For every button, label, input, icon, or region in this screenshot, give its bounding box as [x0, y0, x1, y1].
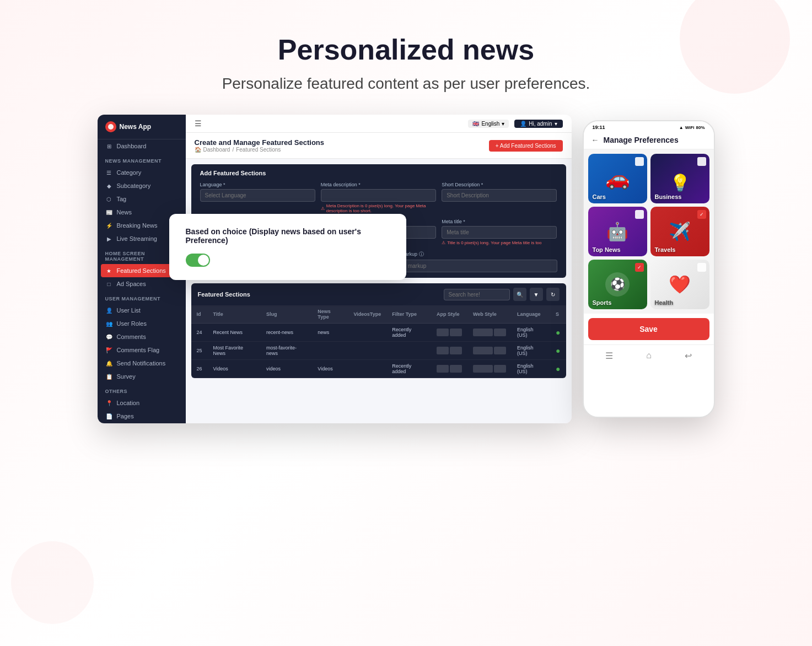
category-card-travels[interactable]: ✈️ ✓ Travels [650, 207, 709, 256]
schema-label: Schema markup ⓘ [381, 251, 557, 258]
cell-filter-type: Recently added [386, 360, 431, 378]
category-grid: 🚗 Cars 💡 Business [588, 154, 709, 309]
table-header-row: Id Title Slug News Type VideosType Filte… [191, 305, 566, 324]
preference-toggle[interactable] [186, 254, 210, 267]
save-button[interactable]: Save [588, 318, 709, 340]
news-icon: 📰 [105, 209, 113, 216]
wifi-icon: WiFi [685, 125, 695, 130]
col-app-style: App Style [431, 305, 467, 324]
meta-desc-input[interactable] [321, 189, 436, 202]
topbar-right: 🇬🇧 English ▾ 👤 Hi, admin ▾ [468, 120, 562, 128]
topnews-checkbox[interactable] [635, 210, 644, 219]
col-id: Id [191, 305, 208, 324]
sidebar-label-notifications: Send Notifications [117, 360, 166, 367]
sidebar-label-subcategory: Subcategory [117, 182, 151, 189]
sidebar-item-subcategory[interactable]: ◆ Subcategory [98, 179, 186, 192]
category-card-health[interactable]: ❤️ Health [650, 260, 709, 309]
short-desc-input[interactable] [442, 189, 557, 202]
nav-back-icon[interactable]: ↩ [685, 351, 692, 361]
notifications-icon: 🔔 [105, 360, 113, 367]
short-desc-field: Short Description * [442, 182, 557, 213]
sidebar-logo: News App [98, 115, 186, 139]
cars-checkbox[interactable] [635, 157, 644, 166]
phone-bottom-nav: ☰ ⌂ ↩ [584, 344, 714, 367]
admin-menu[interactable]: 👤 Hi, admin ▾ [514, 120, 562, 128]
health-checkbox[interactable] [697, 263, 706, 272]
deco-circle-2 [11, 541, 94, 624]
others-label: Others [98, 383, 186, 396]
breadcrumb: 🏠 Dashboard / Featured Sections [195, 147, 325, 153]
user-mgmt-label: User Management [98, 290, 186, 304]
sidebar-item-userroles[interactable]: 👥 User Roles [98, 317, 186, 330]
admin-panel: News App ⊞ Dashboard News Management ☰ C… [98, 115, 572, 423]
table-row: 25 Most Favorite News most-favorite-news… [191, 342, 566, 360]
col-slug: Slug [261, 305, 312, 324]
col-language: Language [512, 305, 550, 324]
sidebar-item-location[interactable]: 📍 Location [98, 396, 186, 410]
sidebar-label-survey: Survey [117, 373, 136, 380]
live-icon: ▶ [105, 236, 113, 242]
cell-slug: videos [261, 360, 312, 378]
sidebar-item-survey[interactable]: 📋 Survey [98, 370, 186, 383]
business-label: Business [655, 193, 682, 200]
sports-checkbox[interactable]: ✓ [635, 263, 644, 272]
cell-id: 26 [191, 360, 208, 378]
cell-web-style [467, 360, 512, 378]
news-app-logo-icon [105, 121, 116, 132]
cars-label: Cars [593, 193, 606, 200]
col-videos-type: VideosType [348, 305, 387, 324]
sidebar-item-notifications[interactable]: 🔔 Send Notifications [98, 357, 186, 370]
category-card-cars[interactable]: 🚗 Cars [588, 154, 647, 203]
sidebar-item-category[interactable]: ☰ Category [98, 166, 186, 179]
back-button[interactable]: ← [591, 136, 599, 144]
cell-slug: recent-news [261, 324, 312, 342]
sidebar-item-pages[interactable]: 📄 Pages [98, 410, 186, 423]
sidebar-label-location: Location [117, 400, 140, 406]
hero-section: Personalized news Personalize featured c… [0, 0, 812, 115]
sidebar-label-live: Live Streaming [117, 235, 157, 242]
phone-statusbar: 19:11 ▲ WiFi 80% [584, 121, 714, 131]
cell-status: ● [550, 360, 566, 378]
refresh-button[interactable]: ↻ [546, 288, 560, 301]
cell-app-style [431, 342, 467, 360]
search-button[interactable]: 🔍 [513, 288, 526, 301]
menu-toggle-button[interactable]: ☰ [195, 119, 202, 128]
cell-id: 24 [191, 324, 208, 342]
phone-content: 🚗 Cars 💡 Business [584, 149, 714, 314]
cell-app-style [431, 360, 467, 378]
sidebar-item-commentsflag[interactable]: 🚩 Comments Flag [98, 343, 186, 357]
business-checkbox[interactable] [697, 157, 706, 166]
page-title: Create and Manage Featured Sections [195, 138, 325, 147]
location-icon: 📍 [105, 400, 113, 406]
error-icon: ⚠ [321, 206, 325, 211]
meta-title-input[interactable] [442, 226, 557, 239]
cell-videos-type [348, 342, 387, 360]
sidebar-label-adspaces: Ad Spaces [117, 281, 146, 287]
travels-checkbox[interactable]: ✓ [697, 210, 706, 219]
search-input[interactable] [444, 289, 510, 300]
sidebar-item-dashboard[interactable]: ⊞ Dashboard [98, 139, 186, 153]
category-card-business[interactable]: 💡 Business [650, 154, 709, 203]
sidebar-item-userlist[interactable]: 👤 User List [98, 304, 186, 317]
subcategory-icon: ◆ [105, 183, 113, 189]
category-card-sports[interactable]: ⚽ ✓ Sports [588, 260, 647, 309]
breaking-icon: ⚡ [105, 223, 113, 229]
preference-popup: Based on choice (Display news based on u… [169, 214, 406, 280]
sidebar-item-tag[interactable]: ⬡ Tag [98, 192, 186, 206]
schema-input[interactable] [381, 260, 557, 272]
nav-menu-icon[interactable]: ☰ [605, 351, 613, 361]
cell-news-type: Videos [312, 360, 348, 378]
language-input[interactable] [200, 189, 315, 202]
cell-title: Recent News [208, 324, 261, 342]
filter-button[interactable]: ▼ [530, 288, 543, 301]
nav-home-icon[interactable]: ⌂ [646, 351, 652, 361]
cell-filter-type [386, 342, 431, 360]
add-featured-button[interactable]: + Add Featured Sections [489, 140, 563, 152]
lang-dropdown-icon: ▾ [502, 121, 504, 127]
table-title: Featured Sections [198, 291, 250, 298]
sidebar-item-comments[interactable]: 💬 Comments [98, 330, 186, 343]
cell-status: ● [550, 342, 566, 360]
breadcrumb-separator: / [232, 147, 234, 153]
language-selector[interactable]: 🇬🇧 English ▾ [468, 120, 509, 128]
category-card-topnews[interactable]: 🤖 Top News [588, 207, 647, 256]
